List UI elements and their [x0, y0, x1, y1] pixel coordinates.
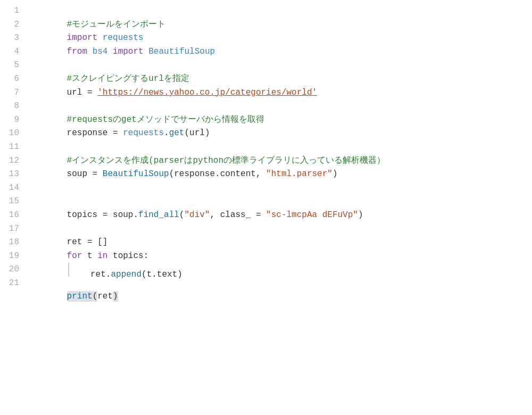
- line-number-17: 17: [9, 222, 19, 236]
- code-line-13: [36, 168, 523, 181]
- line-number-10: 10: [9, 127, 19, 140]
- code-line-16: [36, 209, 523, 222]
- code-line-21: print(ret): [36, 277, 523, 290]
- code-line-4: [36, 45, 523, 59]
- code-line-15: topics = soup.find_all("div", class_ = "…: [36, 195, 523, 209]
- line-number-14: 14: [9, 181, 19, 195]
- code-line-12: soup = BeautifulSoup(response.content, "…: [36, 154, 523, 168]
- code-content[interactable]: #モジュールをインポート import requests from bs4 im…: [28, 4, 532, 411]
- line-number-11: 11: [9, 140, 19, 154]
- code-line-11: #インスタンスを作成(parserはpythonの標準ライブラリに入っている解析…: [36, 140, 523, 154]
- line-number-4: 4: [9, 45, 19, 59]
- paren-close-21: ): [113, 291, 118, 302]
- code-line-6: url = 'https://news.yahoo.co.jp/categori…: [36, 72, 523, 86]
- line-number-7: 7: [9, 86, 19, 100]
- code-line-5: #スクレイピングするurlを指定: [36, 59, 523, 72]
- line-number-9: 9: [9, 113, 19, 127]
- line-number-1: 1: [9, 4, 19, 18]
- line-number-6: 6: [9, 72, 19, 86]
- code-line-1: #モジュールをインポート: [36, 4, 523, 18]
- ret-ref-21: ret: [97, 292, 113, 301]
- line-number-5: 5: [9, 59, 19, 72]
- code-line-8: #requestsのgetメソッドでサーバから情報を取得: [36, 99, 523, 113]
- line-number-16: 16: [9, 209, 19, 222]
- line-number-20: 20: [9, 263, 19, 277]
- func-print: print: [67, 291, 93, 302]
- code-line-18: for t in topics:: [36, 236, 523, 250]
- line-number-19: 19: [9, 250, 19, 263]
- code-line-20: [36, 263, 523, 277]
- line-number-2: 2: [9, 18, 19, 32]
- code-line-7: [36, 86, 523, 100]
- line-numbers: 1 2 3 4 5 6 7 8 9 10 11 12 13 14 15 16 1…: [0, 4, 28, 411]
- code-line-14: [36, 181, 523, 195]
- paren-open-21: (: [93, 291, 98, 302]
- line-number-3: 3: [9, 31, 19, 45]
- line-number-18: 18: [9, 236, 19, 250]
- code-line-2: import requests: [36, 18, 523, 32]
- code-line-17: ret = []: [36, 222, 523, 236]
- code-line-10: [36, 127, 523, 140]
- code-line-19: ret.append(t.text): [36, 250, 523, 263]
- code-line-9: response = requests.get(url): [36, 113, 523, 127]
- line-number-12: 12: [9, 154, 19, 168]
- code-editor: 1 2 3 4 5 6 7 8 9 10 11 12 13 14 15 16 1…: [0, 0, 532, 415]
- line-number-13: 13: [9, 168, 19, 181]
- line-number-8: 8: [9, 99, 19, 113]
- line-number-21: 21: [9, 277, 19, 290]
- line-number-15: 15: [9, 195, 19, 209]
- code-line-3: from bs4 import BeautifulSoup: [36, 31, 523, 45]
